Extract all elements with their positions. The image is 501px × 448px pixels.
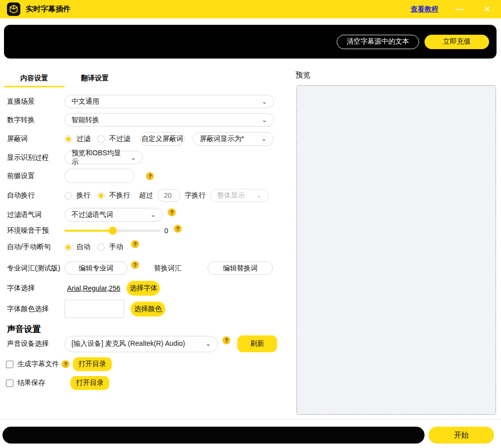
open-subtitle-dir-button[interactable]: 打开目录 [73, 357, 112, 371]
row-sentence-break: 自动/手动断句 自动 手动 ? [7, 243, 139, 252]
wrap-char-count-input[interactable] [157, 189, 180, 202]
sentence-break-help-icon[interactable]: ? [131, 240, 139, 248]
live-scene-label: 直播场景 [7, 97, 65, 106]
tab-translation-settings[interactable]: 翻译设置 [65, 71, 125, 90]
preview-title: 预览 [295, 70, 310, 80]
row-subtitle-file: 生成字幕文件 ? 打开目录 [6, 357, 112, 371]
noise-slider[interactable] [65, 230, 160, 232]
choose-font-button[interactable]: 选择字体 [127, 281, 160, 296]
blocked-words-label: 屏蔽词 [7, 134, 65, 143]
exceed-label: 超过 [139, 191, 153, 200]
show-recognition-label: 显示识别过程 [7, 153, 65, 162]
choose-color-button[interactable]: 选择颜色 [131, 302, 165, 317]
recharge-button[interactable]: 立即充值 [425, 35, 489, 49]
radio-wrap-label: 换行 [76, 191, 90, 200]
noise-help-icon[interactable]: ? [174, 225, 182, 233]
row-prefix: 前缀设置 ? [7, 169, 154, 183]
noise-label: 环境噪音干预 [7, 226, 65, 235]
row-pro-vocab: 专业词汇(测试版) 编辑专业词 ? 替换词汇 编辑替换词 [7, 261, 273, 275]
chevron-down-icon: ⌄ [206, 342, 211, 345]
row-auto-wrap: 自动换行 换行 不换行 超过 字换行 整体显示 ⌄ [7, 189, 269, 202]
radio-auto[interactable] [65, 244, 72, 251]
chevron-down-icon: ⌄ [262, 100, 267, 103]
app-title: 实时字幕插件 [26, 4, 71, 14]
show-recognition-select[interactable]: 预览和OBS均显示 ⌄ [65, 151, 143, 164]
app-logo [7, 2, 20, 16]
noise-slider-thumb[interactable] [109, 227, 117, 235]
filter-modal-select[interactable]: 不过滤语气词 ⌄ [65, 208, 163, 222]
clear-subtitle-source-button[interactable]: 清空字幕源中的文本 [337, 35, 419, 49]
chevron-down-icon: ⌄ [261, 137, 267, 140]
chevron-down-icon: ⌄ [256, 194, 262, 196]
row-sound-device: 声音设备选择 [输入设备] 麦克风 (Realtek(R) Audio) ⌄ ?… [7, 335, 277, 352]
radio-wrap[interactable] [65, 192, 72, 199]
refresh-button[interactable]: 刷新 [237, 335, 277, 352]
sentence-break-label: 自动/手动断句 [7, 243, 65, 252]
result-save-label: 结果保存 [17, 379, 65, 387]
subtitle-file-help-icon[interactable]: ? [62, 360, 70, 368]
live-scene-select[interactable]: 中文通用 ⌄ [65, 95, 274, 108]
wrap-suffix-label: 字换行 [185, 191, 206, 200]
prefix-help-icon[interactable]: ? [146, 172, 154, 180]
pro-vocab-label: 专业词汇(测试版) [7, 264, 65, 273]
chevron-down-icon: ⌄ [262, 119, 267, 121]
row-show-recognition: 显示识别过程 预览和OBS均显示 ⌄ [7, 151, 143, 164]
row-noise: 环境噪音干预 0 ? [7, 226, 182, 235]
radio-manual[interactable] [97, 244, 105, 251]
prefix-label: 前缀设置 [7, 172, 65, 181]
noise-slider-fill [65, 230, 113, 232]
radio-no-wrap-label: 不换行 [109, 191, 130, 200]
row-live-scene: 直播场景 中文通用 ⌄ [7, 95, 274, 108]
footer-divider [0, 419, 501, 420]
edit-replace-vocab-button[interactable]: 编辑替换词 [208, 261, 273, 275]
font-color-input[interactable] [65, 300, 124, 318]
minimize-icon[interactable]: — [452, 5, 466, 13]
tutorial-link[interactable]: 查看教程 [411, 5, 438, 14]
font-color-label: 字体颜色选择 [7, 305, 65, 314]
radio-auto-label: 自动 [76, 243, 90, 252]
pro-vocab-help-icon[interactable]: ? [131, 261, 139, 269]
result-save-checkbox[interactable] [6, 380, 13, 387]
chevron-down-icon: ⌄ [131, 156, 136, 159]
sound-device-label: 声音设备选择 [7, 339, 65, 348]
sound-section-title: 声音设置 [7, 323, 41, 335]
prefix-input[interactable] [65, 169, 135, 183]
radio-manual-label: 手动 [109, 243, 123, 252]
chevron-down-icon: ⌄ [150, 213, 156, 216]
row-sound-section: 声音设置 [7, 323, 41, 335]
row-filter-modal: 过滤语气词 不过滤语气词 ⌄ ? [7, 208, 176, 222]
row-number-convert: 数字转换 智能转换 ⌄ [7, 113, 274, 127]
noise-value: 0 [164, 227, 168, 235]
row-result-save: 结果保存 打开目录 [6, 376, 109, 390]
number-convert-select[interactable]: 智能转换 ⌄ [65, 113, 274, 127]
open-result-dir-button[interactable]: 打开目录 [71, 376, 109, 390]
filter-modal-label: 过滤语气词 [7, 210, 65, 219]
subtitle-file-checkbox[interactable] [6, 361, 13, 368]
sound-device-help-icon[interactable]: ? [222, 336, 230, 344]
radio-filter-label: 过滤 [76, 134, 90, 143]
wrap-mode-select[interactable]: 整体显示 ⌄ [210, 189, 269, 202]
current-font-link[interactable]: Arial,Regular,256 [67, 284, 120, 292]
radio-filter[interactable] [65, 135, 72, 143]
row-font-select: 字体选择 Arial,Regular,256 选择字体 [7, 281, 160, 296]
filter-modal-help-icon[interactable]: ? [168, 208, 176, 216]
edit-pro-vocab-button[interactable]: 编辑专业词 [65, 261, 128, 275]
active-tab-underline [4, 86, 65, 87]
subtitle-output-bar [2, 427, 425, 444]
sound-device-select[interactable]: [输入设备] 麦克风 (Realtek(R) Audio) ⌄ [65, 336, 218, 352]
auto-wrap-label: 自动换行 [7, 191, 65, 200]
close-icon[interactable]: ✕ [480, 5, 494, 13]
title-bar: 实时字幕插件 查看教程 — ✕ [0, 0, 501, 18]
row-blocked-words: 屏蔽词 过滤 不过滤 自定义屏蔽词 屏蔽词显示为* ⌄ [7, 132, 274, 146]
cube-icon [9, 4, 18, 14]
top-banner: 清空字幕源中的文本 立即充值 [4, 25, 497, 59]
start-button[interactable]: 开始 [429, 427, 494, 444]
blocked-words-display-select[interactable]: 屏蔽词显示为* ⌄ [193, 132, 274, 146]
radio-no-filter-label: 不过滤 [109, 134, 130, 143]
radio-no-wrap[interactable] [97, 192, 105, 199]
radio-no-filter[interactable] [97, 135, 105, 143]
custom-blocked-words-button[interactable]: 自定义屏蔽词 [140, 132, 185, 146]
number-convert-label: 数字转换 [7, 116, 65, 125]
font-select-label: 字体选择 [7, 284, 65, 293]
replace-vocab-label: 替换词汇 [154, 264, 182, 273]
